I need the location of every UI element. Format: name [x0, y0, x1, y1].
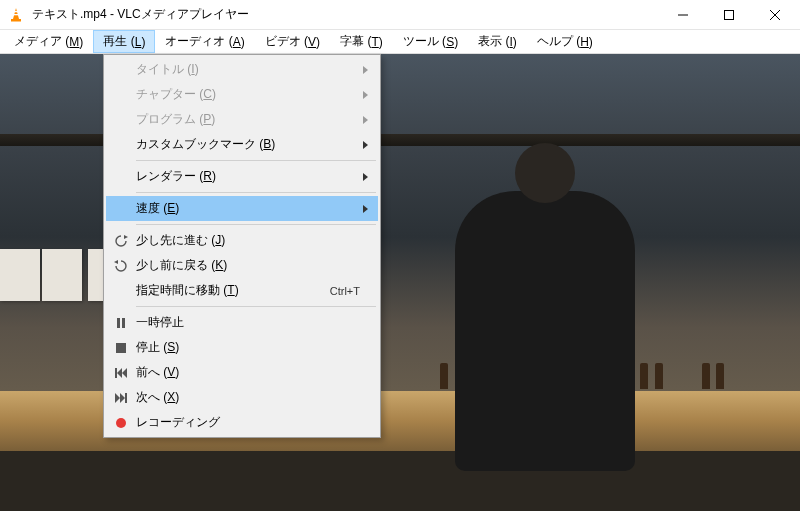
stop-icon	[110, 343, 132, 353]
record-icon	[110, 418, 132, 428]
menu-item-label: タイトル (I)	[132, 61, 370, 78]
menu-item-プログラム: プログラム (P)	[106, 107, 378, 132]
menu-item-shortcut: Ctrl+T	[330, 285, 370, 297]
menu-item-速度[interactable]: 速度 (E)	[106, 196, 378, 221]
menu-item-少し先に進む[interactable]: 少し先に進む (J)	[106, 228, 378, 253]
menu-item-停止[interactable]: 停止 (S)	[106, 335, 378, 360]
menu-item-指定時間に移動[interactable]: 指定時間に移動 (T)Ctrl+T	[106, 278, 378, 303]
svg-marker-14	[117, 368, 122, 378]
window-title: テキスト.mp4 - VLCメディアプレイヤー	[32, 6, 660, 23]
menu-item-チャプター: チャプター (C)	[106, 82, 378, 107]
menu-item-label: 指定時間に移動 (T)	[132, 282, 330, 299]
submenu-arrow-icon	[363, 91, 368, 99]
menu-item-前へ[interactable]: 前へ (V)	[106, 360, 378, 385]
playback-menu-dropdown: タイトル (I)チャプター (C)プログラム (P)カスタムブックマーク (B)…	[103, 54, 381, 438]
submenu-arrow-icon	[363, 205, 368, 213]
svg-rect-13	[115, 368, 117, 378]
menu-item-label: 前へ (V)	[132, 364, 370, 381]
menu-ビデオ[interactable]: ビデオ (V)	[255, 30, 330, 53]
svg-marker-16	[115, 393, 120, 403]
menu-ヘルプ[interactable]: ヘルプ (H)	[527, 30, 603, 53]
svg-rect-5	[725, 10, 734, 19]
menu-item-label: レコーディング	[132, 414, 370, 431]
svg-rect-12	[116, 343, 126, 353]
menu-表示[interactable]: 表示 (I)	[468, 30, 527, 53]
svg-marker-15	[122, 368, 127, 378]
next-icon	[110, 393, 132, 403]
menu-item-次へ[interactable]: 次へ (X)	[106, 385, 378, 410]
svg-rect-2	[13, 14, 19, 15]
submenu-arrow-icon	[363, 141, 368, 149]
menu-ツール[interactable]: ツール (S)	[393, 30, 468, 53]
menu-item-カスタムブックマーク[interactable]: カスタムブックマーク (B)	[106, 132, 378, 157]
menu-item-label: 速度 (E)	[132, 200, 370, 217]
close-button[interactable]	[752, 0, 798, 30]
svg-rect-18	[125, 393, 127, 403]
menu-item-レコーディング[interactable]: レコーディング	[106, 410, 378, 435]
menu-item-label: レンダラー (R)	[132, 168, 370, 185]
menu-メディア[interactable]: メディア (M)	[4, 30, 93, 53]
menu-再生[interactable]: 再生 (L)	[93, 30, 155, 53]
jump-fwd-icon	[110, 235, 132, 247]
menu-item-label: 停止 (S)	[132, 339, 370, 356]
jump-back-icon	[110, 260, 132, 272]
title-bar: テキスト.mp4 - VLCメディアプレイヤー	[0, 0, 800, 30]
pause-icon	[110, 318, 132, 328]
vlc-icon	[8, 7, 24, 23]
menu-item-一時停止[interactable]: 一時停止	[106, 310, 378, 335]
menu-item-label: 少し前に戻る (K)	[132, 257, 370, 274]
submenu-arrow-icon	[363, 173, 368, 181]
svg-rect-3	[11, 19, 21, 22]
svg-rect-1	[14, 11, 19, 12]
svg-marker-17	[120, 393, 125, 403]
menu-separator	[136, 160, 376, 161]
menu-separator	[136, 224, 376, 225]
menu-item-label: 一時停止	[132, 314, 370, 331]
maximize-button[interactable]	[706, 0, 752, 30]
svg-marker-8	[124, 235, 128, 239]
menu-item-レンダラー[interactable]: レンダラー (R)	[106, 164, 378, 189]
menu-separator	[136, 306, 376, 307]
menu-item-label: プログラム (P)	[132, 111, 370, 128]
menu-item-label: チャプター (C)	[132, 86, 370, 103]
menu-separator	[136, 192, 376, 193]
menu-item-label: 次へ (X)	[132, 389, 370, 406]
prev-icon	[110, 368, 132, 378]
menu-オーディオ[interactable]: オーディオ (A)	[155, 30, 254, 53]
svg-rect-11	[122, 318, 125, 328]
submenu-arrow-icon	[363, 66, 368, 74]
svg-marker-0	[13, 8, 19, 19]
menu-bar: メディア (M)再生 (L)オーディオ (A)ビデオ (V)字幕 (T)ツール …	[0, 30, 800, 54]
svg-rect-10	[117, 318, 120, 328]
submenu-arrow-icon	[363, 116, 368, 124]
minimize-button[interactable]	[660, 0, 706, 30]
menu-字幕[interactable]: 字幕 (T)	[330, 30, 393, 53]
menu-item-label: 少し先に進む (J)	[132, 232, 370, 249]
menu-item-少し前に戻る[interactable]: 少し前に戻る (K)	[106, 253, 378, 278]
svg-marker-9	[114, 260, 118, 264]
menu-item-label: カスタムブックマーク (B)	[132, 136, 370, 153]
menu-item-タイトル: タイトル (I)	[106, 57, 378, 82]
